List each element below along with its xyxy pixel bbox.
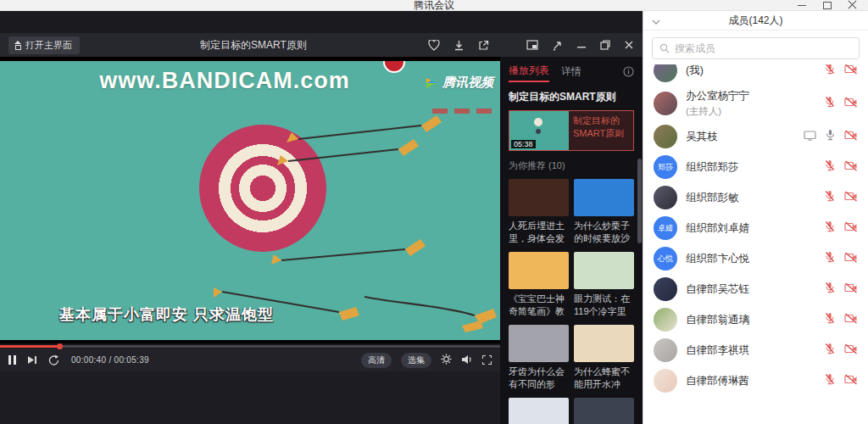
member-search-placeholder: 搜索成员 [675,42,715,56]
recommended-video[interactable]: 为什么炒栗子的时候要放沙子？ [574,179,634,245]
thumbnail-figure [534,118,542,126]
avatar: 卓婧 [654,216,677,240]
search-icon [659,43,670,53]
member-name: 组织部彭敏 [686,191,739,205]
player-close-icon[interactable] [624,40,634,50]
open-main-ui-label: 打开主界面 [25,39,72,52]
video-canvas: www.BANDICAM.com 腾讯视频 [0,61,500,340]
member-row[interactable]: 办公室杨宁宁 (主持人) [643,86,868,121]
current-item-thumbnail: 05:38 [509,111,569,150]
avatar [654,64,677,82]
member-name: 办公室杨宁宁 [686,89,749,103]
loop-play-icon[interactable] [48,354,60,365]
screen-share-icon [804,129,816,144]
player-restore-icon[interactable] [600,40,610,50]
playlist-scrollbar[interactable] [637,125,642,362]
camera-off-icon [844,251,858,266]
recommended-video[interactable]: 为什么蜂蜜不能用开水冲服？ [574,325,634,391]
tab-playlist[interactable]: 播放列表 [509,64,549,82]
member-row[interactable]: 自律部吴芯钰 [643,274,868,304]
member-name: 组织部卞心悦 [686,252,749,266]
member-name: 吴其枝 [686,130,718,144]
player-controls-bar: 00:00:40 / 00:05:39 高清 选集 [0,349,500,371]
video-title: 牙齿为什么会有不同的形状？ [509,365,569,391]
mic-on-icon [826,129,835,144]
volume-icon[interactable] [461,353,473,368]
mic-off-icon [825,190,835,205]
recommendation-grid: 人死后埋进土里，身体会发生怎... 为什么炒栗子的时候要放沙子？ 《宝宝巴士神奇… [509,179,634,424]
window-titlebar: 腾讯会议 [0,0,868,11]
fullscreen-icon[interactable] [482,355,492,365]
window-close-icon[interactable] [848,0,858,10]
recommended-video[interactable]: 胃育蛙奇特的繁殖 [574,398,634,424]
member-row[interactable]: 自律部傅琳茜 [643,365,868,396]
camera-off-icon [844,282,858,297]
camera-off-icon [844,159,858,175]
tab-details[interactable]: 详情 [561,64,581,81]
quality-button[interactable]: 高清 [361,353,392,368]
playlist-sidebar: 播放列表 详情 制定目标的SMART原则 05:38 制定目标的SMART原则 … [500,57,643,424]
info-icon[interactable] [623,65,634,81]
member-list: (我) 办公室杨宁宁 [643,64,868,424]
pause-button[interactable] [8,355,16,365]
member-row[interactable]: 卓婧 组织部刘卓婧 [643,213,868,243]
open-main-ui-button[interactable]: 打开主界面 [8,36,80,54]
member-row[interactable]: 自律部李祺琪 [643,335,868,365]
recommended-video[interactable]: 《宝宝巴士神奇简笔画》教你画：奇... [509,252,569,318]
chevron-down-icon[interactable] [652,13,660,28]
member-row[interactable]: (我) [643,64,868,86]
member-row[interactable]: 吴其枝 [643,121,868,152]
recommended-video[interactable]: 牙齿为什么会有不同的形状？ [509,325,569,391]
scrollbar-thumb[interactable] [637,159,642,243]
video-player-titlebar: 打开主界面 制定目标的SMART原则 [0,33,643,57]
video-subtitle: 基本属于小富即安 只求温饱型 [0,304,500,325]
mic-off-icon [825,220,835,236]
pin-icon[interactable] [552,40,563,51]
member-name: 组织部郑莎 [686,160,739,175]
recommended-video[interactable]: 冰箱门开着并不能 [509,398,569,424]
video-screen[interactable]: www.BANDICAM.com 腾讯视频 [0,57,500,343]
member-search-input[interactable]: 搜索成员 [652,37,860,59]
progress-track [0,345,500,348]
episodes-button[interactable]: 选集 [401,353,431,368]
avatar: 郑莎 [654,155,677,179]
avatar [654,92,677,115]
video-thumbnail [574,398,634,424]
mic-off-icon [825,96,835,111]
arrows-illustration [0,61,500,339]
member-name: (我) [686,64,704,78]
avatar [654,338,677,362]
video-thumbnail [574,179,634,216]
mic-off-icon [825,312,835,327]
window-minimize-icon[interactable] [797,0,807,10]
recommended-video[interactable]: 人死后埋进土里，身体会发生怎... [509,179,569,245]
member-name: 自律部李祺琪 [686,343,749,358]
next-episode-button[interactable] [27,355,37,365]
progress-played [0,345,60,348]
window-maximize-icon[interactable] [822,0,832,10]
shared-screen: 打开主界面 制定目标的SMART原则 [0,11,643,424]
video-area[interactable]: www.BANDICAM.com 腾讯视频 [0,57,500,424]
member-row[interactable]: 组织部彭敏 [643,182,868,213]
mic-off-icon [825,282,835,297]
video-title: 人死后埋进土里，身体会发生怎... [509,220,569,245]
current-playlist-item[interactable]: 05:38 制定目标的SMART原则 [509,110,634,151]
progress-handle[interactable] [57,343,63,349]
avatar: 心悦 [654,247,677,271]
recommended-video[interactable]: 眼力测试：在119个冷字里找到1个怜... [574,252,634,318]
miniplayer-icon[interactable] [526,40,538,50]
player-minimize-icon[interactable] [576,40,587,50]
settings-gear-icon[interactable] [441,353,452,368]
playlist-title: 制定目标的SMART原则 [509,90,634,104]
like-icon[interactable] [428,40,440,51]
member-row[interactable]: 自律部翁通璃 [643,304,868,335]
avatar [654,125,677,148]
member-role: (主持人) [686,105,749,118]
share-icon[interactable] [478,40,489,51]
video-thumbnail [574,325,634,362]
download-icon[interactable] [453,40,465,51]
member-row[interactable]: 郑莎 组织部郑莎 [643,152,868,182]
mic-off-icon [825,64,835,78]
video-progress-bar[interactable] [0,343,500,349]
member-row[interactable]: 心悦 组织部卞心悦 [643,243,868,274]
